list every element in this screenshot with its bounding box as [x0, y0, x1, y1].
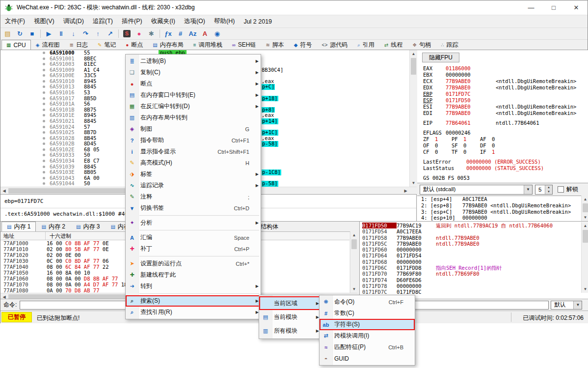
- segment-registers-row[interactable]: GS 002B FS 0053: [417, 175, 588, 181]
- stack-row[interactable]: 0171FD7800000000: [360, 283, 588, 289]
- close-button[interactable]: ✕: [565, 0, 588, 15]
- menu-item[interactable]: ✚ 补丁 Ctrl+P: [126, 243, 261, 255]
- stop-button[interactable]: ■: [27, 28, 38, 39]
- register-row[interactable]: EBX00000000: [417, 72, 588, 78]
- run-to-user-code-button[interactable]: ↗: [105, 28, 116, 39]
- scroll-up-icon[interactable]: ▲: [350, 231, 358, 239]
- tab-memory-1[interactable]: ▤内存 1: [1, 222, 36, 231]
- menu-options[interactable]: 选项(O): [180, 15, 210, 28]
- menu-item[interactable]: ▦ 在反汇编中转到(D) ▶: [126, 101, 261, 112]
- tab-handles[interactable]: ❖句柄: [407, 40, 436, 50]
- menu-item[interactable]: ∿ 追踪记录 ▶: [126, 180, 261, 191]
- stack-row[interactable]: 0171FD74D60FE6D6: [360, 277, 588, 283]
- scroll-thumb[interactable]: [583, 203, 588, 212]
- menu-view[interactable]: 视图(V): [29, 15, 59, 28]
- run-button[interactable]: ▶: [43, 28, 54, 39]
- stack-vscrollbar[interactable]: ▲ ▼: [581, 222, 588, 293]
- open-file-button[interactable]: ▤: [2, 28, 13, 39]
- breakpoint-dot[interactable]: [43, 74, 45, 77]
- breakpoint-dot[interactable]: [43, 160, 45, 162]
- scroll-thumb[interactable]: [583, 230, 588, 243]
- stack-row[interactable]: 0171FD5C77B9ABE0ntdll.77B9ABE0: [360, 241, 588, 247]
- tab-memory-3[interactable]: ▤内存 3: [71, 222, 105, 231]
- dump-vscrollbar[interactable]: ▲ ▼: [350, 231, 357, 293]
- menu-item[interactable]: ⌕ 查找引用(R) ▶: [126, 307, 261, 318]
- command-preset-select[interactable]: 默认 ▼: [551, 301, 582, 310]
- register-row[interactable]: ESP0171FD50: [417, 97, 588, 104]
- breakpoint-dot[interactable]: [43, 57, 45, 60]
- last-status-row[interactable]: LastStatus00000000 (STATUS_SUCCESS): [417, 165, 588, 171]
- menu-item[interactable]: ➜ 转到 ▶: [126, 281, 261, 292]
- breakpoint-dot[interactable]: [43, 103, 45, 105]
- menu-item[interactable]: ▥ 所有模块 ▶: [259, 324, 321, 338]
- breakpoint-dot[interactable]: [43, 85, 45, 88]
- step-over-button[interactable]: ↷: [80, 28, 91, 39]
- breakpoint-dot[interactable]: [43, 114, 45, 116]
- menu-plugins[interactable]: 插件(P): [117, 15, 147, 28]
- menu-item[interactable]: ab 字符串(S): [320, 319, 415, 330]
- breakpoint-dot[interactable]: [43, 142, 45, 145]
- scroll-thumb[interactable]: [411, 58, 416, 75]
- breakpoint-dot[interactable]: [43, 120, 45, 122]
- stack-row[interactable]: 0171FD5077B9AC19返回到 ntdll.77B9AC19 自 ntd…: [360, 223, 588, 228]
- flags-row[interactable]: CF0TF0IF1: [417, 149, 588, 155]
- menu-item[interactable]: ▼ 切换书签 Ctrl+D: [126, 202, 261, 214]
- register-row[interactable]: EAX01186000: [417, 65, 588, 72]
- help-button[interactable]: ◉: [212, 28, 223, 39]
- breakpoint-dot[interactable]: [43, 182, 45, 185]
- spin-down-icon[interactable]: ▼: [545, 190, 552, 194]
- scroll-right-icon[interactable]: ▶: [402, 187, 409, 195]
- menu-item[interactable]: ➤ 设置新的运行点 Ctrl+*: [126, 258, 261, 269]
- last-error-row[interactable]: LastError00000000 (ERROR_SUCCESS): [417, 159, 588, 165]
- argument-row[interactable]: 2: [esp+8]77B9ABE0 <ntdll.DbgUiRemoteBre…: [417, 202, 588, 209]
- checkbox-icon[interactable]: [558, 186, 564, 193]
- menu-item[interactable]: 当前区域 ▶: [259, 296, 321, 310]
- menu-item[interactable]: ✎ 高亮模式(H) H: [126, 157, 261, 169]
- menu-item[interactable]: ? 指令帮助 Ctrl+F1: [126, 135, 261, 146]
- tab-memory-map[interactable]: ▤内存布局: [148, 40, 188, 50]
- tab-memory-2[interactable]: ▤内存 2: [36, 222, 70, 231]
- ascii-strings-button[interactable]: Az: [187, 28, 198, 39]
- scroll-up-icon[interactable]: ▲: [582, 222, 588, 229]
- disasm-vscrollbar[interactable]: ▲ ▼: [409, 50, 417, 187]
- spin-up-icon[interactable]: ▲: [545, 185, 552, 190]
- tab-cpu[interactable]: ▦CPU: [1, 40, 31, 50]
- menu-item[interactable]: ▤ 当前模块 ▶: [259, 310, 321, 324]
- register-row[interactable]: ESI77B9ABE0<ntdll.DbgUiRemoteBreakin>: [417, 104, 588, 110]
- flags-row[interactable]: ZF1PF1AF0: [417, 136, 588, 142]
- tab-threads[interactable]: ⇄线程: [379, 40, 407, 50]
- menu-item[interactable]: ≣ 二进制(B) ▶: [126, 56, 261, 67]
- menu-item[interactable]: ❋ 命令(O) Ctrl+F: [320, 296, 415, 308]
- breakpoint-dot[interactable]: [43, 97, 45, 100]
- register-row[interactable]: EDI77B9ABE0<ntdll.DbgUiRemoteBreakin>: [417, 110, 588, 116]
- menu-item[interactable]: ◈ 制图 G: [126, 123, 261, 135]
- register-row-eflags[interactable]: EFLAGS00000246: [417, 130, 588, 136]
- stack-row[interactable]: 0171FD640171FD54: [360, 253, 588, 258]
- menu-item[interactable]: ⇄ 跨模块调用(I): [320, 330, 415, 341]
- scroll-left-icon[interactable]: ◀: [0, 187, 8, 195]
- tab-notes[interactable]: ✎笔记: [93, 40, 121, 50]
- menu-file[interactable]: 文件(F): [0, 15, 29, 28]
- chevron-down-icon[interactable]: ▼: [524, 185, 532, 194]
- chevron-down-icon[interactable]: ▼: [573, 301, 582, 309]
- menu-help[interactable]: 帮助(H): [210, 15, 239, 28]
- stack-row[interactable]: 0171FD6800000000: [360, 259, 588, 265]
- stack-row[interactable]: 0171FD6C0171FDD8指向SEH_Record[1]的指针: [360, 265, 588, 271]
- breakpoint-dot[interactable]: [43, 154, 45, 156]
- tab-references[interactable]: ⌕引用: [352, 40, 379, 50]
- menu-item[interactable]: [126, 292, 261, 295]
- pause-button[interactable]: ‖: [55, 28, 67, 39]
- args-vscrollbar[interactable]: ▲ ▼: [581, 196, 588, 221]
- menu-item[interactable]: [126, 214, 261, 217]
- menu-item[interactable]: i 显示指令提示 Ctrl+Shift+F1: [126, 146, 261, 157]
- argument-row[interactable]: 1: [esp+4]A0C17EEA: [417, 196, 588, 202]
- register-row[interactable]: ECX77B9ABE0<ntdll.DbgUiRemoteBreakin>: [417, 78, 588, 85]
- register-row-eip[interactable]: EIP77B64061ntdll.77B64061: [417, 120, 588, 126]
- breakpoint-dot[interactable]: [43, 91, 45, 94]
- breakpoint-dot[interactable]: [43, 126, 45, 128]
- breakpoint-dot[interactable]: [43, 131, 45, 134]
- scroll-up-icon[interactable]: ▲: [410, 50, 417, 57]
- tab-seh[interactable]: ∞SEH链: [227, 40, 261, 50]
- scroll-down-icon[interactable]: ▼: [350, 285, 358, 293]
- menu-item[interactable]: ✎ 注释 ;: [126, 191, 261, 202]
